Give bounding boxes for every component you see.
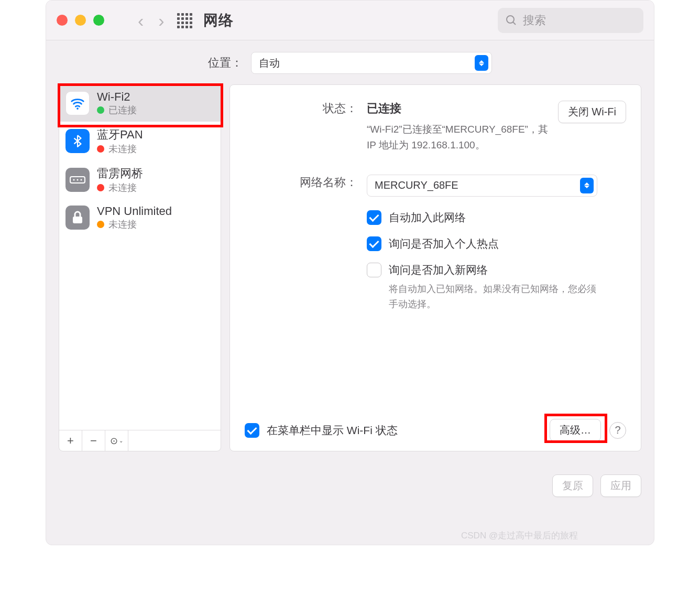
location-label: 位置：	[208, 55, 243, 71]
revert-button: 复原	[552, 474, 593, 497]
svg-point-4	[73, 179, 75, 181]
bridge-icon	[65, 168, 90, 192]
status-dot-icon	[97, 106, 104, 114]
sidebar-item-thunderbolt-bridge[interactable]: 雷雳网桥 未连接	[59, 160, 221, 199]
ask-new-network-description: 将自动加入已知网络。如果没有已知网络，您必须手动选择。	[389, 282, 598, 312]
location-dropdown[interactable]: 自动	[251, 52, 492, 74]
search-placeholder: 搜索	[523, 13, 546, 28]
svg-point-2	[76, 107, 79, 110]
toolbar: ‹ › 网络 搜索	[46, 1, 654, 40]
status-dot-icon	[97, 221, 104, 228]
footer-actions: 复原 应用	[46, 469, 654, 497]
detail-panel: 状态： 已连接 “Wi-Fi2”已连接至“MERCURY_68FE”，其 IP …	[229, 84, 641, 451]
svg-line-1	[513, 22, 516, 25]
traffic-lights	[57, 15, 104, 26]
ask-new-network-label: 询问是否加入新网络	[389, 263, 488, 277]
add-network-button[interactable]: +	[59, 430, 82, 451]
network-name-dropdown[interactable]: MERCURY_68FE	[367, 175, 597, 197]
network-name-value: MERCURY_68FE	[375, 179, 575, 191]
ask-new-network-checkbox-row[interactable]: 询问是否加入新网络	[367, 263, 626, 277]
status-description: “Wi-Fi2”已连接至“MERCURY_68FE”，其 IP 地址为 192.…	[367, 122, 552, 154]
lock-icon	[65, 206, 90, 230]
svg-rect-7	[73, 217, 82, 223]
checkbox-checked-icon	[367, 210, 381, 225]
location-value: 自动	[259, 56, 469, 70]
sidebar-item-bluetooth-pan[interactable]: 蓝牙PAN 未连接	[59, 122, 221, 160]
network-name-label: 网络名称：	[245, 175, 357, 197]
status-value: 已连接	[367, 101, 552, 116]
show-all-icon[interactable]	[177, 13, 192, 28]
page-title: 网络	[203, 10, 234, 30]
close-icon[interactable]	[57, 15, 68, 26]
checkbox-unchecked-icon	[367, 263, 381, 277]
ask-hotspot-label: 询问是否加入个人热点	[389, 236, 499, 251]
auto-join-label: 自动加入此网络	[389, 210, 466, 225]
checkbox-checked-icon	[245, 423, 259, 438]
status-dot-icon	[97, 145, 104, 153]
zoom-icon[interactable]	[93, 15, 104, 26]
advanced-button[interactable]: 高级…	[550, 419, 601, 441]
search-input[interactable]: 搜索	[498, 8, 643, 33]
sidebar-footer: + − ⊙⌄	[59, 430, 221, 451]
svg-point-5	[77, 179, 79, 181]
more-actions-button[interactable]: ⊙⌄	[105, 430, 128, 451]
turn-off-wifi-button[interactable]: 关闭 Wi-Fi	[558, 101, 626, 123]
wifi-icon	[65, 91, 90, 115]
back-button[interactable]: ‹	[130, 12, 151, 29]
svg-point-6	[81, 179, 82, 181]
ask-hotspot-checkbox-row[interactable]: 询问是否加入个人热点	[367, 236, 626, 251]
sidebar: Wi-Fi2 已连接 蓝牙PAN 未连接	[59, 84, 221, 451]
sidebar-item-label: 雷雳网桥	[97, 166, 143, 181]
help-button[interactable]: ?	[609, 422, 626, 439]
status-dot-icon	[97, 184, 104, 191]
apply-button: 应用	[600, 474, 641, 497]
sidebar-item-label: VPN Unlimited	[97, 204, 172, 218]
status-label: 状态：	[245, 101, 357, 154]
auto-join-checkbox-row[interactable]: 自动加入此网络	[367, 210, 626, 225]
watermark: CSDN @走过高中最后的旅程	[461, 530, 578, 542]
show-wifi-menubar-label: 在菜单栏中显示 Wi-Fi 状态	[267, 423, 398, 438]
svg-point-0	[507, 16, 514, 23]
sidebar-item-wifi[interactable]: Wi-Fi2 已连接	[59, 85, 221, 122]
network-preferences-window: ‹ › 网络 搜索 位置： 自动	[46, 0, 654, 545]
minimize-icon[interactable]	[75, 15, 86, 26]
remove-network-button[interactable]: −	[82, 430, 105, 451]
network-list: Wi-Fi2 已连接 蓝牙PAN 未连接	[59, 85, 221, 430]
checkbox-checked-icon	[367, 236, 381, 251]
search-icon	[505, 14, 518, 27]
forward-button: ›	[151, 12, 171, 29]
sidebar-item-label: Wi-Fi2	[97, 90, 137, 104]
sidebar-item-vpn[interactable]: VPN Unlimited 未连接	[59, 199, 221, 236]
sidebar-item-label: 蓝牙PAN	[97, 127, 143, 143]
show-wifi-menubar-checkbox-row[interactable]: 在菜单栏中显示 Wi-Fi 状态	[245, 423, 398, 438]
sidebar-footer-spacer	[128, 430, 221, 451]
chevron-up-down-icon	[475, 55, 488, 71]
bluetooth-icon	[65, 129, 90, 153]
chevron-up-down-icon	[580, 178, 594, 193]
location-row: 位置： 自动	[46, 40, 654, 81]
